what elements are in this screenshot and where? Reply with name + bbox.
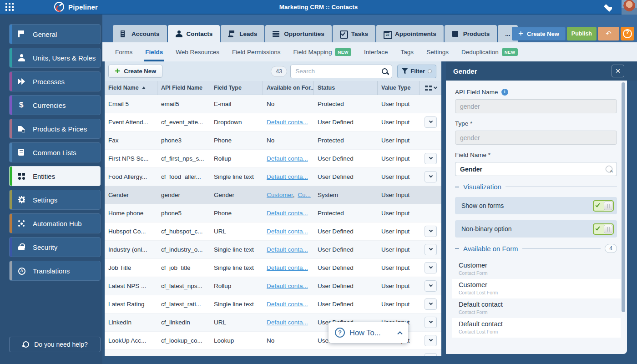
table-row[interactable]: Gender gender Gender Customer, Cu... Sys…	[105, 186, 441, 204]
subtab[interactable]: Tags	[394, 42, 420, 61]
row-menu-button[interactable]	[425, 116, 437, 128]
sidebar-item[interactable]: Products & Prices	[9, 119, 101, 139]
column-header-api-field-name[interactable]: API Field Name	[157, 81, 210, 95]
row-menu-button[interactable]	[425, 353, 437, 356]
table-row[interactable]	[105, 350, 441, 356]
graduation-cap-icon[interactable]	[603, 3, 615, 11]
subtab[interactable]: Field Mapping NEW	[287, 42, 358, 61]
sidebar-item[interactable]: Translations	[9, 261, 101, 281]
sidebar-item[interactable]: Processes	[9, 71, 101, 91]
subtab[interactable]: Settings	[420, 42, 455, 61]
help-button[interactable]: Do you need help?	[9, 337, 101, 352]
sidebar-item[interactable]: Units, Users & Roles	[9, 48, 101, 68]
entity-tab[interactable]: Contacts	[168, 25, 220, 42]
column-header-field-name[interactable]: Field Name	[105, 81, 157, 95]
table-row[interactable]: Industry (onl... cf_industry_o... Single…	[105, 241, 441, 259]
subtab[interactable]: Interface	[358, 42, 394, 61]
panel-scrollbar[interactable]	[622, 82, 625, 312]
entity-tab[interactable]: 22 Appointments	[376, 25, 444, 42]
panel-field-input[interactable]	[455, 162, 617, 176]
available-form-item[interactable]: Customer Contact Form	[452, 259, 621, 279]
link-separator: ,	[293, 192, 297, 198]
row-menu-button[interactable]	[425, 226, 437, 237]
subtab[interactable]: Web Resources	[169, 42, 226, 61]
app-grid-icon[interactable]	[3, 0, 16, 13]
undo-button[interactable]: ↶	[598, 27, 619, 40]
toggle-switch[interactable]	[593, 200, 614, 212]
form-link[interactable]: Default conta...	[267, 319, 308, 326]
entity-tab[interactable]: Products	[445, 25, 497, 42]
form-link[interactable]: Default conta...	[267, 155, 308, 162]
table-row[interactable]: First NPS Sc... cf_first_nps_s... Rollup…	[105, 150, 441, 168]
form-link[interactable]: Customer	[267, 192, 293, 198]
sidebar-item[interactable]: General	[9, 24, 101, 44]
form-link[interactable]: Default conta...	[267, 301, 308, 308]
info-icon[interactable]	[501, 89, 508, 96]
subtab-label: Field Permissions	[232, 49, 281, 56]
subtab[interactable]: Deduplication NEW	[455, 42, 524, 61]
table-row[interactable]: Latest Rating cf_latest_rati... Single l…	[105, 295, 441, 313]
row-menu-button[interactable]	[425, 244, 437, 255]
create-new-field-button[interactable]: + Create New	[108, 65, 162, 78]
column-settings-button[interactable]	[420, 81, 441, 95]
sidebar-item[interactable]: Common Lists	[9, 142, 101, 162]
close-button[interactable]	[612, 65, 624, 77]
sidebar-item[interactable]: Security	[9, 237, 101, 257]
table-row[interactable]: Job Title cf_job_title Single line text …	[105, 259, 441, 277]
row-menu-button[interactable]	[425, 171, 437, 182]
toggle-switch[interactable]	[593, 223, 614, 235]
search-input[interactable]	[290, 65, 392, 78]
publish-button[interactable]: Publish	[567, 27, 597, 40]
help-circle-button[interactable]	[621, 27, 634, 40]
form-link[interactable]: Default conta...	[267, 228, 308, 235]
sidebar-item[interactable]: Automation Hub	[9, 213, 101, 233]
row-menu-button[interactable]	[425, 317, 437, 328]
filter-button[interactable]: Filter	[397, 65, 436, 78]
entity-tab[interactable]: Tasks	[333, 25, 375, 42]
subtab[interactable]: Forms	[109, 42, 139, 61]
avatar[interactable]	[622, 0, 637, 15]
row-menu-button[interactable]	[425, 280, 437, 292]
entity-tab[interactable]: Leads	[221, 25, 264, 42]
create-new-button[interactable]: + Create New	[512, 27, 566, 40]
panel-field-input[interactable]	[455, 131, 617, 145]
how-to-widget[interactable]: How To...	[329, 322, 408, 343]
brand[interactable]: Pipeliner	[54, 2, 98, 12]
form-link[interactable]: Default conta...	[267, 264, 308, 271]
form-link[interactable]: Default conta...	[267, 119, 308, 126]
available-form-item[interactable]: Customer Contact Lost Form	[452, 279, 621, 298]
table-row[interactable]: Email 5 email5 E-mail No Protected User …	[105, 95, 441, 113]
form-link[interactable]: Default conta...	[267, 283, 308, 289]
panel-field-input[interactable]	[455, 99, 617, 113]
row-menu-button[interactable]	[425, 262, 437, 273]
sidebar-item[interactable]: Currencies	[9, 95, 101, 115]
row-menu-button[interactable]	[425, 335, 437, 346]
table-row[interactable]: Hubspot Co... cf_hubspot_c... URL Defaul…	[105, 222, 441, 241]
translate-globe-icon[interactable]	[606, 166, 613, 173]
form-link[interactable]: Default conta...	[267, 210, 308, 217]
table-row[interactable]: Latest NPS ... cf_latest_nps... Rollup D…	[105, 277, 441, 295]
form-link[interactable]: Cu...	[298, 192, 311, 198]
table-row[interactable]: Food Allergy... cf_food_aller... Single …	[105, 168, 441, 186]
column-header-available[interactable]: Available on For...	[263, 81, 314, 95]
entity-tab[interactable]: Opportunities	[265, 25, 332, 42]
form-link[interactable]: Default conta...	[267, 246, 308, 253]
column-header-status[interactable]: Status	[314, 81, 378, 95]
subtab[interactable]: Fields	[139, 42, 169, 61]
column-header-value-type[interactable]: Value Type	[378, 81, 420, 95]
search-icon[interactable]	[381, 68, 389, 75]
table-row[interactable]: Event Attend... cf_event_atte... Dropdow…	[105, 113, 441, 131]
row-menu-button[interactable]	[425, 153, 437, 164]
table-row[interactable]: Fax phone3 Phone No Protected User Input	[105, 131, 441, 150]
entity-tab[interactable]: Accounts	[113, 25, 167, 42]
sidebar-item[interactable]: Settings	[9, 190, 101, 210]
column-header-field-type[interactable]: Field Type	[210, 81, 263, 95]
subtab[interactable]: Field Permissions	[226, 42, 287, 61]
table-row[interactable]: Home phone phone5 Phone Default conta...…	[105, 204, 441, 222]
cell-available-on-forms: No	[263, 337, 314, 344]
sidebar-item[interactable]: Entities	[9, 166, 101, 186]
available-form-item[interactable]: Default contact Contact Lost Form	[452, 318, 621, 338]
form-link[interactable]: Default conta...	[267, 173, 308, 180]
row-menu-button[interactable]	[425, 298, 437, 310]
available-form-item[interactable]: Default contact Contact Form	[452, 298, 621, 318]
